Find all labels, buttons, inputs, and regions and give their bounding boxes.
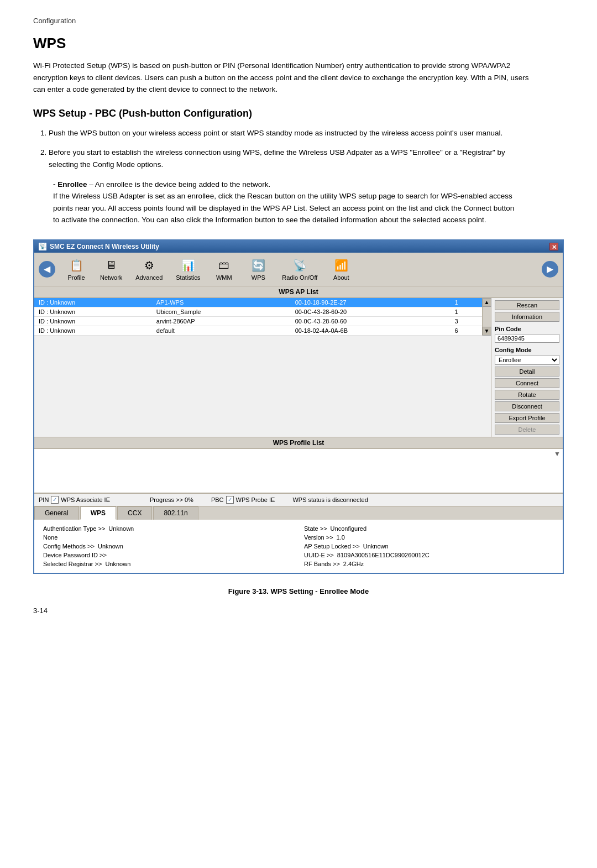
uuid-e-value: 8109A300516E11DC990260012C <box>337 552 430 558</box>
progress-text: Progress >> 0% <box>150 496 193 503</box>
ap-section: ID : Unknown AP1-WPS 00-10-18-90-2E-27 1… <box>34 298 563 437</box>
ap-name: AP1-WPS <box>152 298 291 307</box>
detail-button[interactable]: Detail <box>495 367 559 377</box>
toolbar-wps-button[interactable]: 🔄 WPS <box>242 255 275 284</box>
figure-caption: Figure 3-13. WPS Setting - Enrollee Mode <box>33 587 564 595</box>
titlebar-left: 📡 SMC EZ Connect N Wireless Utility <box>39 243 159 250</box>
wps-icon: 🔄 <box>249 258 267 273</box>
pin-code-input[interactable]: 64893945 <box>495 334 559 343</box>
ap-ch: 1 <box>451 298 482 307</box>
device-pwd-label: Device Password ID >> <box>43 552 107 558</box>
state-label: State >> <box>304 525 327 532</box>
tab-wps[interactable]: WPS <box>80 506 116 520</box>
selected-registrar-label: Selected Registrar >> <box>43 561 102 567</box>
table-row[interactable]: ID : Unknown arvint-2860AP 00-0C-43-28-6… <box>34 316 482 326</box>
rescan-button[interactable]: Rescan <box>495 300 559 310</box>
toolbar-network-button[interactable]: 🖥 Network <box>94 255 128 284</box>
none-label: None <box>43 534 57 541</box>
ap-ch: 1 <box>451 307 482 316</box>
toolbar-statistics-button[interactable]: 📊 Statistics <box>170 255 206 284</box>
delete-button[interactable]: Delete <box>495 425 559 435</box>
info-section: Authentication Type >> Unknown None Conf… <box>34 520 563 573</box>
page-number: 3-14 <box>33 606 564 615</box>
ap-setup-locked-label: AP Setup Locked >> <box>304 543 360 550</box>
bottom-row: PIN ✓ WPS Associate IE Progress >> 0% PB… <box>34 493 563 506</box>
close-button[interactable]: ✕ <box>549 243 558 250</box>
info-row: RF Bands >> 2.4GHz <box>304 560 554 568</box>
network-icon: 🖥 <box>102 258 120 273</box>
auth-type-label: Authentication Type >> <box>43 525 105 532</box>
tab-general[interactable]: General <box>34 506 79 520</box>
scroll-up-button[interactable]: ▲ <box>483 298 491 307</box>
ap-mac: 00-0C-43-28-60-60 <box>291 316 451 326</box>
pin-code-label: Pin Code <box>495 326 559 332</box>
ap-id: ID : Unknown <box>34 307 152 316</box>
profile-list-content <box>34 449 552 493</box>
uuid-e-label: UUID-E >> <box>304 552 334 558</box>
pin-row-item: PIN ✓ WPS Associate IE <box>39 496 110 504</box>
ap-id: ID : Unknown <box>34 326 152 335</box>
forward-arrow-button[interactable]: ▶ <box>542 261 558 278</box>
toolbar-profile-button[interactable]: 📋 Profile <box>60 255 93 284</box>
wps-associate-label: WPS Associate IE <box>61 496 110 503</box>
ap-ch: 6 <box>451 326 482 335</box>
profile-list-area: ▼ <box>34 449 563 493</box>
table-row[interactable]: ID : Unknown default 00-18-02-4A-0A-6B 6 <box>34 326 482 335</box>
export-profile-button[interactable]: Export Profile <box>495 413 559 423</box>
ap-list-header: WPS AP List <box>34 286 563 298</box>
toolbar-about-button[interactable]: 📶 About <box>324 255 358 284</box>
toolbar-about-label: About <box>333 274 349 281</box>
section-title: WPS Setup - PBC (Push-button Configurati… <box>33 108 564 119</box>
ap-name: arvint-2860AP <box>152 316 291 326</box>
wps-probe-label: WPS Probe IE <box>236 496 275 503</box>
intro-text: Wi-Fi Protected Setup (WPS) is based on … <box>33 60 531 96</box>
toolbar-statistics-label: Statistics <box>176 274 200 281</box>
toolbar-wmm-button[interactable]: 🗃 WMM <box>207 255 240 284</box>
table-row[interactable]: ID : Unknown AP1-WPS 00-10-18-90-2E-27 1 <box>34 298 482 307</box>
info-right: State >> Unconfigured Version >> 1.0 AP … <box>304 524 554 568</box>
config-mode-select[interactable]: Enrollee Registrar <box>495 355 559 365</box>
info-row: Device Password ID >> <box>43 551 293 560</box>
toolbar-advanced-button[interactable]: ⚙ Advanced <box>129 255 169 284</box>
ap-name: default <box>152 326 291 335</box>
ap-table: ID : Unknown AP1-WPS 00-10-18-90-2E-27 1… <box>34 298 482 336</box>
info-row: Version >> 1.0 <box>304 533 554 542</box>
breadcrumb: Configuration <box>33 17 564 25</box>
bullet-dash: – <box>89 180 95 189</box>
back-arrow-button[interactable]: ◀ <box>39 261 55 278</box>
disconnect-button[interactable]: Disconnect <box>495 401 559 411</box>
page-title: WPS <box>33 35 564 52</box>
config-mode-label: Config Mode <box>495 347 559 353</box>
scroll-down-button[interactable]: ▼ <box>483 327 491 336</box>
toolbar-radioonoff-label: Radio On/Off <box>282 274 317 281</box>
toolbar-advanced-label: Advanced <box>135 274 163 281</box>
toolbar-wmm-label: WMM <box>216 274 232 281</box>
info-row: Authentication Type >> Unknown <box>43 524 293 533</box>
information-button[interactable]: Information <box>495 312 559 322</box>
toolbar-radioonoff-button[interactable]: 📡 Radio On/Off <box>276 255 323 284</box>
ap-id: ID : Unknown <box>34 316 152 326</box>
info-row: State >> Unconfigured <box>304 524 554 533</box>
ap-table-scrollbar[interactable]: ▲ ▼ <box>482 298 491 336</box>
table-row[interactable]: ID : Unknown Ubicom_Sample 00-0C-43-28-6… <box>34 307 482 316</box>
config-methods-label: Config Methods >> <box>43 543 95 550</box>
version-value: 1.0 <box>337 534 345 541</box>
info-row: AP Setup Locked >> Unknown <box>304 542 554 551</box>
rf-bands-value: 2.4GHz <box>343 561 364 567</box>
pbc-checkbox[interactable]: ✓ <box>226 496 234 504</box>
scroll-down-arrow[interactable]: ▼ <box>552 449 563 493</box>
version-label: Version >> <box>304 534 333 541</box>
tab-80211n[interactable]: 802.11n <box>153 506 198 520</box>
tab-ccx[interactable]: CCX <box>117 506 152 520</box>
connect-button[interactable]: Connect <box>495 378 559 388</box>
smc-titlebar: 📡 SMC EZ Connect N Wireless Utility ✕ <box>34 240 563 253</box>
bullet-text-1: An enrollee is the device being added to… <box>95 180 270 189</box>
config-methods-value: Unknown <box>98 543 123 550</box>
about-icon: 📶 <box>332 258 350 273</box>
profile-list-header: WPS Profile List <box>34 437 563 449</box>
numbered-steps: Push the WPS button on your wireless acc… <box>49 127 564 171</box>
rotate-button[interactable]: Rotate <box>495 390 559 400</box>
ap-mac: 00-10-18-90-2E-27 <box>291 298 451 307</box>
ap-table-scroll-area: ID : Unknown AP1-WPS 00-10-18-90-2E-27 1… <box>34 298 491 336</box>
pin-checkbox[interactable]: ✓ <box>51 496 59 504</box>
